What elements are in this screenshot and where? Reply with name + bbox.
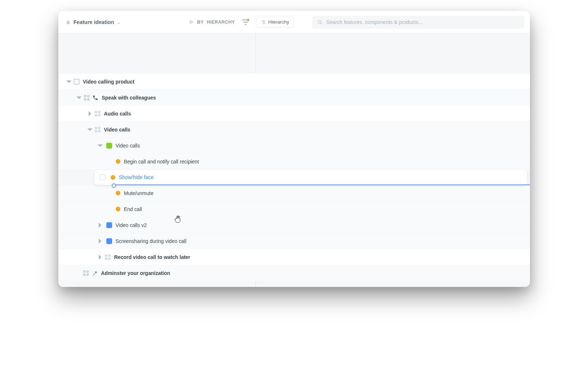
tree-label: Record video call to watch later bbox=[114, 254, 190, 260]
chevron-right-icon[interactable] bbox=[97, 254, 103, 260]
tree-label: Audio calls bbox=[104, 111, 131, 117]
tree-row-begin-call[interactable]: Begin call and notify call recipient bbox=[58, 153, 530, 169]
sort-by-button[interactable]: BY HIERARCHY bbox=[189, 19, 235, 25]
lock-icon bbox=[66, 20, 71, 25]
status-square-blue bbox=[106, 222, 112, 228]
checkbox[interactable] bbox=[100, 174, 106, 180]
header-bar: Feature ideation BY HIERARCHY Hierarchy bbox=[58, 11, 530, 33]
sort-prefix: BY bbox=[197, 20, 204, 25]
status-square-green bbox=[106, 143, 112, 149]
status-dot-orange bbox=[116, 207, 120, 211]
caret-down-icon bbox=[117, 20, 120, 24]
filter-icon bbox=[240, 17, 251, 28]
tree-row-screenshare[interactable]: Screensharing during video call bbox=[58, 233, 530, 249]
tree-label: End call bbox=[124, 206, 142, 212]
tree-label: Mute/unmute bbox=[124, 190, 154, 196]
tree-label: Video calls bbox=[116, 143, 140, 149]
grid-icon bbox=[95, 111, 100, 117]
filter-active-indicator bbox=[247, 19, 249, 21]
tree-row-video-calls[interactable]: Video calls bbox=[58, 137, 530, 153]
tree-label: Video calling product bbox=[83, 79, 135, 85]
phone-icon bbox=[92, 95, 98, 101]
filter-button[interactable] bbox=[240, 17, 251, 28]
grid-icon bbox=[84, 95, 90, 101]
tree-row-product[interactable]: Video calling product bbox=[58, 73, 530, 89]
tree-label: Adminster your organization bbox=[101, 270, 170, 276]
grid-icon bbox=[105, 254, 111, 260]
product-icon bbox=[74, 79, 79, 85]
sort-icon bbox=[189, 19, 194, 25]
svg-point-9 bbox=[318, 20, 321, 23]
grid-icon bbox=[83, 270, 89, 276]
content-area: Video calling product Speak with colleag… bbox=[58, 33, 530, 287]
tree-label: Screensharing during video call bbox=[116, 238, 186, 244]
tree-label: Begin call and notify call recipient bbox=[124, 159, 199, 165]
search-input[interactable] bbox=[326, 19, 519, 25]
chevron-down-icon[interactable] bbox=[87, 126, 93, 133]
page-title-dropdown[interactable]: Feature ideation bbox=[66, 19, 120, 25]
chevron-down-icon[interactable] bbox=[66, 78, 72, 85]
tree-row-dragging[interactable]: Show/hide face bbox=[95, 170, 527, 185]
chevron-right-icon[interactable] bbox=[87, 110, 93, 117]
tree-label: Speak with colleagues bbox=[102, 95, 156, 101]
chevron-down-icon[interactable] bbox=[97, 142, 103, 149]
wrench-icon bbox=[92, 270, 98, 276]
chevron-right-icon[interactable] bbox=[97, 238, 103, 244]
status-square-blue bbox=[106, 238, 112, 244]
tree-label: Show/hide face bbox=[119, 174, 154, 180]
chevron-right-icon[interactable] bbox=[97, 222, 103, 228]
grid-icon bbox=[95, 127, 100, 133]
tree-row-end-call[interactable]: End call bbox=[58, 201, 530, 217]
status-dot-orange bbox=[111, 175, 115, 180]
tree-label: Video calls bbox=[104, 127, 131, 133]
tree-row-video-v2[interactable]: Video calls v2 bbox=[58, 217, 530, 233]
tree-row-record[interactable]: Record video call to watch later bbox=[58, 249, 530, 265]
search-box[interactable] bbox=[312, 16, 524, 29]
page-title: Feature ideation bbox=[74, 19, 114, 25]
chevron-down-icon[interactable] bbox=[76, 94, 82, 101]
tree-row-admin[interactable]: Adminster your organization bbox=[58, 265, 530, 281]
status-dot-orange bbox=[116, 159, 120, 164]
view-mode-label: Hierarchy bbox=[268, 19, 289, 25]
search-icon bbox=[317, 19, 323, 25]
svg-line-10 bbox=[321, 23, 322, 24]
sort-value: HIERARCHY bbox=[207, 20, 235, 25]
hierarchy-icon bbox=[261, 20, 266, 25]
tree-row-mute[interactable]: Mute/unmute bbox=[58, 185, 530, 201]
tree-row-video-group[interactable]: Video calls bbox=[58, 121, 530, 137]
app-window: Feature ideation BY HIERARCHY Hierarchy bbox=[58, 11, 530, 287]
status-dot-orange bbox=[116, 191, 120, 195]
view-mode-button[interactable]: Hierarchy bbox=[256, 17, 294, 28]
tree-label: Video calls v2 bbox=[116, 222, 147, 228]
tree-row-audio[interactable]: Audio calls bbox=[58, 105, 530, 121]
tree-row-speak[interactable]: Speak with colleagues bbox=[58, 89, 530, 105]
